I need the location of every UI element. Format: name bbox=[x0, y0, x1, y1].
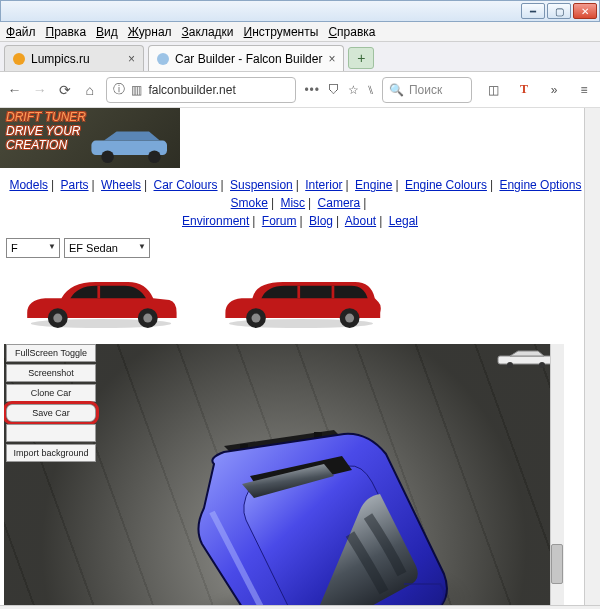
nav-link[interactable]: Environment bbox=[182, 214, 249, 228]
translate-icon[interactable]: T bbox=[514, 80, 534, 100]
svg-point-8 bbox=[143, 314, 152, 323]
car-3d-render bbox=[154, 424, 454, 605]
menu-edit[interactable]: Правка bbox=[46, 25, 87, 39]
favicon-icon bbox=[157, 53, 169, 65]
forward-button[interactable]: → bbox=[31, 77, 48, 103]
tracking-icon[interactable]: ▥ bbox=[131, 83, 142, 97]
minimize-button[interactable]: ━ bbox=[521, 3, 545, 19]
tab-close-icon[interactable]: × bbox=[128, 52, 135, 66]
mini-preview-icon bbox=[496, 350, 556, 368]
menu-tools[interactable]: Инструменты bbox=[244, 25, 319, 39]
nav-link[interactable]: Misc bbox=[280, 196, 305, 210]
browser-menubar: Файл Правка Вид Журнал Закладки Инструме… bbox=[0, 22, 600, 42]
search-placeholder: Поиск bbox=[409, 83, 442, 97]
svg-point-2 bbox=[148, 151, 161, 164]
nav-links: Models| Parts| Wheels| Car Colours| Susp… bbox=[0, 174, 600, 236]
svg-point-6 bbox=[53, 314, 62, 323]
svg-point-15 bbox=[345, 314, 354, 323]
svg-point-13 bbox=[252, 314, 261, 323]
viewport-scrollbar-thumb[interactable] bbox=[551, 544, 563, 584]
overflow-icon[interactable]: » bbox=[544, 80, 564, 100]
viewport-side-panel: FullScreen Toggle Screenshot Clone Car S… bbox=[6, 344, 96, 462]
model-select[interactable]: EF Sedan bbox=[64, 238, 150, 258]
nav-link[interactable]: Camera bbox=[318, 196, 361, 210]
svg-point-17 bbox=[507, 362, 513, 368]
menu-history[interactable]: Журнал bbox=[128, 25, 172, 39]
home-button[interactable]: ⌂ bbox=[81, 77, 98, 103]
variant-thumbnails bbox=[0, 262, 600, 344]
tab-carbuilder[interactable]: Car Builder - Falcon Builder × bbox=[148, 45, 344, 71]
url-text: falconbuilder.net bbox=[148, 83, 235, 97]
menu-view[interactable]: Вид bbox=[96, 25, 118, 39]
import-background-button[interactable]: Import background bbox=[6, 444, 96, 462]
model-select-row: F EF Sedan bbox=[0, 236, 600, 262]
nav-link[interactable]: Blog bbox=[309, 214, 333, 228]
search-icon: 🔍 bbox=[389, 83, 404, 97]
nav-link[interactable]: Car Colours bbox=[154, 178, 218, 192]
tab-strip: Lumpics.ru × Car Builder - Falcon Builde… bbox=[0, 42, 600, 72]
browser-toolbar: ← → ⟳ ⌂ ⓘ ▥ falconbuilder.net ••• ⛉ ☆ ⑊ … bbox=[0, 72, 600, 108]
banner-line: DRIVE YOUR bbox=[6, 124, 86, 138]
page-scrollbar[interactable] bbox=[584, 108, 600, 605]
close-window-button[interactable]: ✕ bbox=[573, 3, 597, 19]
nav-link[interactable]: Engine bbox=[355, 178, 392, 192]
banner-line: CREATION bbox=[6, 138, 86, 152]
nav-link[interactable]: Smoke bbox=[231, 196, 268, 210]
nav-link[interactable]: Suspension bbox=[230, 178, 293, 192]
nav-link[interactable]: Forum bbox=[262, 214, 297, 228]
banner-car-icon bbox=[86, 128, 176, 164]
menu-bookmarks[interactable]: Закладки bbox=[182, 25, 234, 39]
page-content: DRIFT TUNER DRIVE YOUR CREATION Models| … bbox=[0, 108, 600, 605]
save-car-button[interactable]: Save Car bbox=[6, 404, 96, 422]
favicon-icon bbox=[13, 53, 25, 65]
svg-rect-4 bbox=[97, 286, 100, 299]
bookmark-star-icon[interactable]: ☆ bbox=[348, 83, 359, 97]
horizontal-scrollbar[interactable]: ◄ ► bbox=[0, 605, 600, 609]
banner-line: DRIFT TUNER bbox=[6, 110, 86, 124]
sidebar-icon[interactable]: ◫ bbox=[484, 80, 504, 100]
new-tab-button[interactable]: + bbox=[348, 47, 374, 69]
clone-car-button[interactable]: Clone Car bbox=[6, 384, 96, 402]
nav-link[interactable]: Engine Options bbox=[499, 178, 581, 192]
svg-point-1 bbox=[101, 151, 114, 164]
nav-link[interactable]: Parts bbox=[61, 178, 89, 192]
shield-icon[interactable]: ⛉ bbox=[328, 83, 340, 97]
reload-button[interactable]: ⟳ bbox=[56, 77, 73, 103]
tab-lumpics[interactable]: Lumpics.ru × bbox=[4, 45, 144, 71]
nav-link[interactable]: About bbox=[345, 214, 376, 228]
nav-link[interactable]: Interior bbox=[305, 178, 342, 192]
svg-rect-16 bbox=[498, 356, 554, 364]
nav-link[interactable]: Wheels bbox=[101, 178, 141, 192]
library-icon[interactable]: ⑊ bbox=[367, 83, 374, 97]
svg-point-18 bbox=[539, 362, 545, 368]
variant-sedan[interactable] bbox=[6, 266, 196, 336]
hamburger-menu-icon[interactable]: ≡ bbox=[574, 80, 594, 100]
make-select[interactable]: F bbox=[6, 238, 60, 258]
menu-file[interactable]: Файл bbox=[6, 25, 36, 39]
tab-label: Lumpics.ru bbox=[31, 52, 90, 66]
search-bar[interactable]: 🔍 Поиск bbox=[382, 77, 472, 103]
page-viewport: DRIFT TUNER DRIVE YOUR CREATION Models| … bbox=[0, 108, 600, 605]
ad-banner[interactable]: DRIFT TUNER DRIVE YOUR CREATION bbox=[0, 108, 180, 168]
menu-help[interactable]: Справка bbox=[328, 25, 375, 39]
info-icon[interactable]: ⓘ bbox=[113, 81, 125, 98]
svg-rect-10 bbox=[297, 286, 300, 299]
blank-button[interactable] bbox=[6, 424, 96, 442]
nav-link[interactable]: Legal bbox=[389, 214, 418, 228]
nav-link[interactable]: Models bbox=[9, 178, 48, 192]
svg-rect-11 bbox=[332, 286, 335, 299]
screenshot-button[interactable]: Screenshot bbox=[6, 364, 96, 382]
variant-wagon[interactable] bbox=[206, 266, 396, 336]
nav-link[interactable]: Engine Colours bbox=[405, 178, 487, 192]
tab-label: Car Builder - Falcon Builder bbox=[175, 52, 322, 66]
page-actions-icon[interactable]: ••• bbox=[304, 83, 320, 97]
url-bar[interactable]: ⓘ ▥ falconbuilder.net bbox=[106, 77, 296, 103]
tab-close-icon[interactable]: × bbox=[328, 52, 335, 66]
window-titlebar: ━ ▢ ✕ bbox=[0, 0, 600, 22]
fullscreen-toggle-button[interactable]: FullScreen Toggle bbox=[6, 344, 96, 362]
car-3d-viewport[interactable]: FullScreen Toggle Screenshot Clone Car S… bbox=[4, 344, 564, 605]
back-button[interactable]: ← bbox=[6, 77, 23, 103]
maximize-button[interactable]: ▢ bbox=[547, 3, 571, 19]
